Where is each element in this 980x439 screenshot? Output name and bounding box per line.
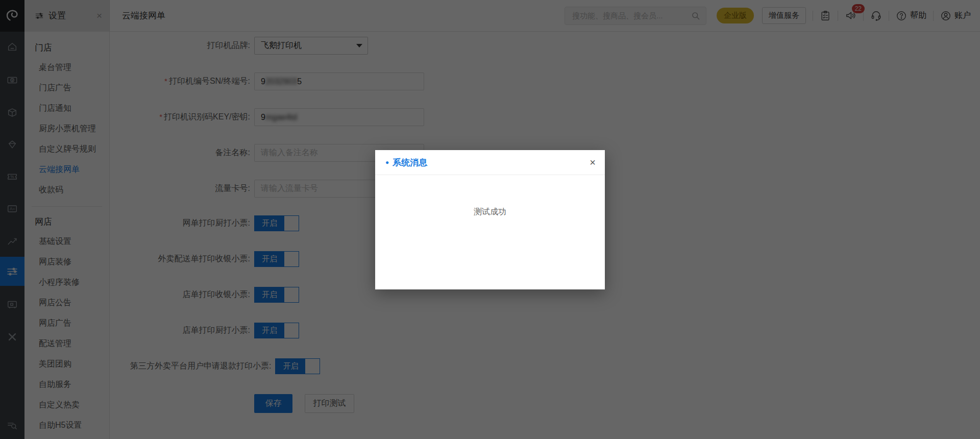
- close-icon[interactable]: ×: [590, 157, 596, 167]
- bullet-icon: ●: [385, 159, 389, 166]
- modal-message: 测试成功: [375, 175, 605, 217]
- modal-title: 系统消息: [393, 157, 427, 168]
- system-message-modal: ● 系统消息 × 测试成功: [375, 150, 605, 289]
- modal-header: ● 系统消息 ×: [375, 150, 605, 175]
